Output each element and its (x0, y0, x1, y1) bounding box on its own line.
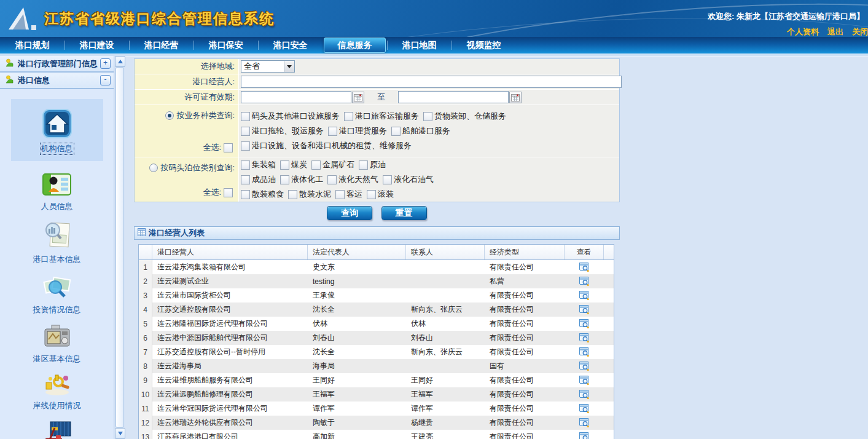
business-option[interactable]: 港口设施、设备和港口机械的租赁、维修服务 (241, 140, 412, 151)
sidebar-item-shoreline-usage[interactable]: 岸线使用情况 (33, 374, 81, 411)
tab-information-service[interactable]: 信息服务 (324, 38, 386, 53)
sidebar-item-investment-info[interactable]: 投资情况信息 (33, 274, 81, 315)
berth-option[interactable]: 液体化工 (280, 174, 323, 185)
tab-port-map[interactable]: 港口地图 (387, 37, 452, 53)
checkbox[interactable] (241, 160, 250, 170)
view-record-button[interactable] (565, 376, 604, 386)
checkbox[interactable] (335, 190, 345, 199)
operator-cell: 连云港海事局 (152, 361, 308, 371)
checkbox[interactable] (288, 190, 297, 199)
license-start-input[interactable] (241, 91, 351, 103)
berth-option[interactable]: 集装箱 (241, 159, 276, 170)
berth-option[interactable]: 煤炭 (280, 159, 307, 170)
checkbox[interactable] (280, 175, 289, 184)
view-record-button[interactable] (565, 390, 604, 400)
checkbox[interactable] (359, 160, 368, 170)
scroll-up-button[interactable] (115, 56, 125, 67)
checkbox[interactable] (280, 160, 289, 170)
berth-type-radio-row[interactable]: 按码头泊位类别查询: (149, 162, 235, 173)
section-port-info[interactable]: 港口信息- (0, 73, 114, 89)
query-button[interactable]: 查询 (327, 206, 372, 220)
main-nav: 港口规划港口建设港口经营港口保安港口安全信息服务港口地图视频监控 (0, 37, 868, 53)
checkbox[interactable] (391, 127, 401, 136)
view-record-button[interactable] (565, 277, 604, 287)
business-option[interactable]: 货物装卸、仓储服务 (423, 111, 506, 122)
row-number-cell: 11 (139, 401, 152, 416)
berth-option[interactable]: 散装水泥 (288, 189, 331, 200)
collapse-icon[interactable]: - (100, 75, 111, 85)
sidebar-item-port-basic-info[interactable]: 港口基本信息 (33, 221, 81, 265)
section-port-admin-info[interactable]: 港口行政管理部门信息+ (0, 56, 114, 73)
checkbox[interactable] (241, 190, 250, 199)
column-header: 联系人 (406, 245, 485, 259)
view-record-button[interactable] (565, 305, 604, 315)
license-end-input[interactable] (398, 91, 509, 103)
berth-option[interactable]: 客运 (335, 189, 362, 200)
view-record-button[interactable] (565, 362, 604, 371)
logout-link[interactable]: 退出 (827, 27, 843, 36)
berth-option[interactable]: 滚装 (367, 189, 394, 200)
berth-option[interactable]: 金属矿石 (311, 159, 354, 170)
berth-option-line: 集装箱煤炭金属矿石原油 (241, 158, 390, 172)
view-record-button[interactable] (565, 333, 604, 343)
tab-port-construction[interactable]: 港口建设 (65, 37, 129, 53)
business-type-radio-row[interactable]: 按业务种类查询: (165, 110, 235, 121)
view-record-button[interactable] (565, 432, 604, 439)
sidebar-item-person-info[interactable]: 人员信息 (41, 172, 73, 212)
tab-port-planning[interactable]: 港口规划 (0, 37, 65, 53)
berth-option[interactable]: 成品油 (241, 174, 276, 185)
expand-icon[interactable]: + (100, 58, 111, 69)
region-select[interactable]: 全省 (241, 60, 295, 73)
sidebar-item-org-info[interactable]: 机构信息 (11, 99, 103, 161)
tab-port-safety[interactable]: 港口安全 (258, 37, 323, 53)
business-option[interactable]: 码头及其他港口设施服务 (241, 111, 340, 122)
checkbox[interactable] (344, 112, 353, 121)
checkbox[interactable] (241, 127, 250, 136)
checkbox[interactable] (327, 175, 337, 184)
operator-input[interactable] (241, 76, 622, 88)
checkbox[interactable] (383, 175, 392, 184)
sidebar-item-wharf-info[interactable]: 码头信息 (41, 421, 73, 439)
sidebar-item-port-area-info[interactable]: 港区基本信息 (33, 325, 81, 365)
chevron-down-icon (284, 61, 294, 72)
berth-type-radio[interactable] (149, 164, 158, 172)
berth-option[interactable]: 液化石油气 (383, 174, 434, 185)
view-record-button[interactable] (565, 404, 604, 414)
checkbox[interactable] (241, 141, 250, 151)
reset-button[interactable]: 重置 (381, 206, 427, 220)
business-type-radio[interactable] (165, 111, 174, 120)
view-record-button[interactable] (565, 347, 604, 357)
checkbox[interactable] (423, 112, 432, 121)
view-record-button[interactable] (565, 263, 604, 272)
close-link[interactable]: 关闭 (852, 27, 868, 36)
tab-video-monitor[interactable]: 视频监控 (452, 37, 516, 53)
checkbox[interactable] (311, 160, 321, 170)
scroll-down-button[interactable] (115, 428, 125, 439)
berth-option[interactable]: 原油 (359, 159, 386, 170)
berth-select-all-checkbox[interactable] (224, 188, 233, 197)
view-record-button[interactable] (565, 291, 604, 301)
checkbox[interactable] (241, 112, 250, 121)
sidebar-scrollbar[interactable] (114, 56, 125, 439)
berth-option[interactable]: 散装粮食 (241, 189, 284, 200)
view-record-button[interactable] (565, 319, 604, 329)
checkbox[interactable] (367, 190, 376, 199)
berth-option[interactable]: 液化天然气 (327, 174, 378, 185)
triangle-down-icon (118, 432, 123, 435)
tab-port-security[interactable]: 港口保安 (194, 37, 258, 53)
business-select-all-checkbox[interactable] (224, 143, 233, 152)
view-record-button[interactable] (565, 418, 604, 428)
profile-link[interactable]: 个人资料 (787, 27, 819, 36)
scrollbar-thumb[interactable] (115, 67, 124, 428)
berth-select-all-row[interactable]: 全选: (203, 187, 235, 198)
checkbox[interactable] (241, 175, 250, 184)
business-option[interactable]: 港口拖轮、驳运服务 (241, 125, 324, 136)
checkbox[interactable] (328, 127, 337, 136)
business-select-all-row[interactable]: 全选: (203, 142, 235, 153)
calendar-icon[interactable] (509, 92, 522, 103)
calendar-icon[interactable] (352, 92, 364, 103)
business-option[interactable]: 船舶港口服务 (391, 125, 450, 136)
business-option[interactable]: 港口旅客运输服务 (344, 111, 419, 122)
business-option[interactable]: 港口理货服务 (328, 125, 387, 136)
tab-port-operation[interactable]: 港口经营 (129, 37, 194, 53)
